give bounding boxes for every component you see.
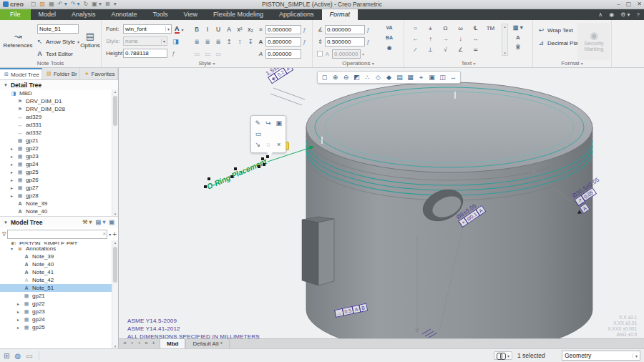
search-button[interactable]: ▾ xyxy=(494,351,512,360)
menu-tab[interactable]: Annotate xyxy=(104,9,145,20)
tree-item[interactable]: Note_41 xyxy=(0,268,112,276)
tree-item[interactable]: ▸ gp24 xyxy=(0,315,112,323)
symbol-library-icon[interactable]: ※ xyxy=(513,44,523,52)
slant-angle-input[interactable] xyxy=(265,49,301,59)
customize-qat-icon[interactable]: ▾ xyxy=(114,0,117,9)
model-tree-toggle-icon[interactable]: ⊞ xyxy=(4,352,9,360)
windows-icon[interactable]: ▣ ▾ xyxy=(92,0,102,9)
tree-item[interactable]: ▸ gp24 xyxy=(0,160,112,168)
zoom-out-icon[interactable]: ⊖ xyxy=(341,72,351,82)
tab-model-tree[interactable]: ⊞ Model Tree xyxy=(0,68,42,79)
height-input[interactable] xyxy=(123,49,167,58)
world-scale-icon[interactable]: ◉ xyxy=(386,44,393,52)
symbol-button[interactable]: Ω xyxy=(438,24,453,33)
minimize-button[interactable]: – xyxy=(617,0,620,9)
menu-tab[interactable]: File xyxy=(0,9,31,20)
symbol-button[interactable]: √ xyxy=(438,45,453,54)
copy-format-icon[interactable]: ◨ xyxy=(172,38,180,45)
symbol-button[interactable]: ⁄ xyxy=(408,45,423,54)
regenerate-icon[interactable]: ↻ xyxy=(84,0,89,9)
wrap-text-button[interactable]: ↩ Wrap Text xyxy=(537,25,573,35)
open-file-icon[interactable]: ▨ xyxy=(40,0,46,9)
symbol-button[interactable]: ± xyxy=(423,24,438,33)
text-angle-input[interactable] xyxy=(325,25,365,34)
tree-item[interactable]: ▸ gp23 xyxy=(0,308,112,315)
erase-icon[interactable]: ◌ xyxy=(265,140,273,150)
expand-arrow-icon[interactable]: ▸ xyxy=(9,193,14,198)
view-state-tab[interactable]: Mbd xyxy=(160,339,185,348)
expand-arrow-icon[interactable]: ▸ xyxy=(9,146,14,151)
add-filter-icon[interactable]: + xyxy=(112,230,117,238)
tree-item[interactable]: Note_39 xyxy=(0,200,112,207)
undo-icon[interactable]: ↶ ▾ xyxy=(58,0,67,9)
tree-item[interactable]: MBD xyxy=(0,89,112,97)
symbol-button[interactable]: ∠ xyxy=(453,45,468,54)
drawing-note[interactable]: ASME Y14.5-2009 xyxy=(127,317,260,325)
restore-button[interactable]: ▢ xyxy=(626,0,632,9)
tree-item[interactable]: Note_51 xyxy=(0,284,112,292)
italic-button[interactable]: I xyxy=(203,24,213,34)
new-tab-icon[interactable]: + xyxy=(150,339,157,348)
tree-item[interactable]: ▸ gp23 xyxy=(0,152,112,160)
next-tab-icon[interactable]: › xyxy=(136,339,142,348)
align-right-icon[interactable]: ≣ xyxy=(213,36,223,47)
piston-model[interactable] xyxy=(302,82,592,338)
symbol-button[interactable]: ≃ xyxy=(468,45,483,54)
drawing-note[interactable]: ALL DIMENSIONS SPECIFIED IN MILLIMETERS xyxy=(127,333,260,338)
datum-display-icon[interactable]: ⌖ xyxy=(416,72,426,82)
menu-tab[interactable]: Format xyxy=(322,9,358,20)
align-top-icon[interactable]: ↥ xyxy=(224,36,234,47)
menu-tab[interactable]: Tools xyxy=(145,9,176,20)
kerning-toggle-icon[interactable]: VA xyxy=(386,24,393,32)
spin-center-icon[interactable]: ∴ xyxy=(363,72,372,82)
filter-options-icon[interactable]: ▾ xyxy=(109,232,111,237)
underline-button[interactable]: U xyxy=(213,24,223,34)
new-file-icon[interactable]: ▢ xyxy=(31,0,36,9)
tree-display-icon[interactable]: ▤ ▾ xyxy=(96,219,106,225)
expand-arrow-icon[interactable]: ▸ xyxy=(16,325,21,330)
add-leader-icon[interactable]: ↘ xyxy=(254,140,262,150)
piston-top-face[interactable] xyxy=(306,82,592,172)
tree-item[interactable]: ▸ gp28 xyxy=(0,192,112,200)
zoom-box-icon[interactable]: ◻ xyxy=(320,72,329,82)
symbol-button[interactable]: ↑ xyxy=(423,34,438,44)
symbol-button[interactable]: → xyxy=(438,34,453,44)
font-select[interactable]: win_font▾ xyxy=(123,24,172,34)
refit-icon[interactable]: ◩ xyxy=(352,72,361,82)
options-button[interactable]: ▤ Options xyxy=(80,23,100,57)
tree-item[interactable]: ▸ gp25 xyxy=(0,323,112,331)
expand-arrow-icon[interactable]: ▸ xyxy=(9,170,14,175)
selection-filter-select[interactable]: Geometry ▾ xyxy=(562,351,640,361)
oring-note-text[interactable]: O-Ring Placement xyxy=(205,157,268,191)
kerning-input[interactable] xyxy=(265,25,301,34)
tab-favorites[interactable]: ★ Favorites xyxy=(80,68,118,79)
save-icon[interactable]: ▦ xyxy=(49,0,54,9)
expand-arrow-icon[interactable]: ▸ xyxy=(16,309,21,314)
display-style-icon[interactable]: ▤ xyxy=(395,72,404,82)
detail-tree-header[interactable]: ▼ Detail Tree xyxy=(0,80,118,89)
tree-item[interactable]: Note_40 xyxy=(0,207,112,215)
align-center-icon[interactable]: ≣ xyxy=(203,36,213,47)
zoom-in-icon[interactable]: ⊕ xyxy=(331,72,340,82)
saved-orientations-icon[interactable]: ◇ xyxy=(374,72,383,82)
view-normal-icon[interactable]: ◆ xyxy=(384,72,394,82)
tree-item[interactable]: ▸ gp25 xyxy=(0,168,112,176)
symbol-button[interactable]: ↓ xyxy=(453,34,468,44)
tree-item[interactable]: ▸ gp22 xyxy=(0,300,112,308)
baseline-icon[interactable]: BA xyxy=(386,34,393,42)
menu-tab[interactable]: Analysis xyxy=(64,9,104,20)
collapse-icon[interactable]: ▼ xyxy=(4,83,8,87)
prev-tab-icon[interactable]: ‹ xyxy=(129,339,135,348)
tree-tools-icon[interactable]: ⚒ ▾ xyxy=(82,219,92,225)
width-factor-input[interactable] xyxy=(265,37,301,47)
expand-arrow-icon[interactable]: ▸ xyxy=(16,301,21,306)
tree-item[interactable]: ▸ gp27 xyxy=(0,184,112,192)
text-border-button[interactable]: A xyxy=(224,24,234,34)
tree-item[interactable]: ad332 xyxy=(0,129,112,137)
text-color-button[interactable]: A ▾ xyxy=(175,24,184,34)
tree-item[interactable]: ▸ gp26 xyxy=(0,176,112,184)
tree-item[interactable]: ad329 xyxy=(0,113,112,121)
minimize-ribbon-icon[interactable]: ∧ xyxy=(598,11,602,18)
references-button[interactable]: ↝ References xyxy=(2,23,34,57)
menu-tab[interactable]: Applications xyxy=(271,9,322,20)
